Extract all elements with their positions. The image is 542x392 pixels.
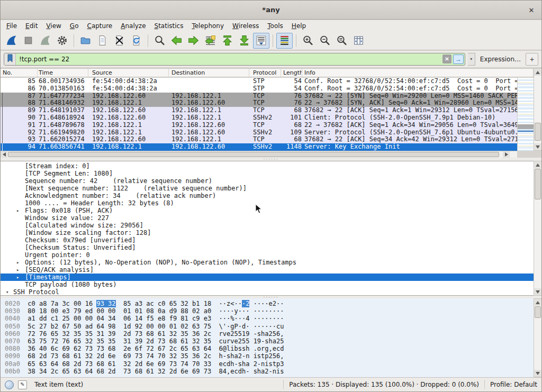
scroll-down-icon[interactable] [534, 370, 541, 377]
detail-line[interactable]: ▸Options: (12 bytes), No-Operation (NOP)… [1, 259, 534, 266]
column-header-no[interactable]: No. [1, 69, 38, 77]
packet-list-vscrollbar[interactable] [534, 68, 542, 151]
start-capture-button[interactable] [3, 33, 20, 49]
scroll-up-icon[interactable] [534, 299, 541, 306]
hex-row-0080[interactable]: 0080 36 40 6c 69 62 73 73 68 2e 6f 72 67… [5, 345, 534, 352]
packet-list-hscrollbar[interactable] [1, 151, 517, 158]
scroll-down-icon[interactable] [534, 288, 541, 295]
hex-row-0050[interactable]: 0050 5c 27 b2 67 50 ad 64 98 1d 92 00 00… [5, 323, 534, 330]
zoom-out-button[interactable] [317, 33, 333, 49]
menu-view[interactable]: View [42, 21, 65, 31]
resize-columns-button[interactable] [350, 33, 367, 49]
menu-tools[interactable]: Tools [263, 21, 287, 31]
menu-capture[interactable]: Capture [83, 21, 116, 31]
packet-list-hscroll-thumb[interactable] [8, 152, 499, 157]
packet-row-93[interactable]: 9371.662015274192.168.122.60192.168.122.… [1, 136, 517, 143]
filter-input[interactable]: !tcp.port == 22 [16, 56, 442, 63]
detail-line[interactable]: Acknowledgment number: 34 (relative ack … [1, 192, 534, 199]
detail-line[interactable]: TCP payload (1080 bytes) [1, 281, 534, 288]
hex-row-0030[interactable]: 0030 80 18 00 e3 79 ed 00 00 01 01 08 0a… [5, 307, 534, 315]
menu-wireless[interactable]: Wireless [228, 21, 263, 31]
close-file-button[interactable] [111, 33, 128, 49]
collapse-arrow-icon[interactable]: ▾ [6, 288, 8, 296]
filter-history-dropdown[interactable]: ▾ [468, 53, 475, 66]
zoom-original-button[interactable] [333, 33, 350, 49]
packet-row-92[interactable]: 9271.661949820192.168.122.1192.168.122.6… [1, 129, 517, 136]
go-back-button[interactable] [168, 33, 185, 49]
hex-row-00b0[interactable]: 00b0 38 34 2c 65 63 64 68 2d 73 68 61 32… [5, 368, 534, 375]
hex-row-0020[interactable]: 0020 c0 a8 7a 3c 00 16 93 32 85 a3 ac c0… [5, 300, 534, 307]
detail-line[interactable]: [Stream index: 0] [1, 162, 534, 170]
detail-line[interactable]: Checksum: 0x79ed [unverified] [1, 236, 534, 244]
stop-capture-button[interactable] [20, 33, 37, 49]
packet-row-86[interactable]: 8670.013850163fe:54:00:d4:38:2aSTP54Conf… [1, 85, 517, 93]
scroll-down-icon[interactable] [534, 143, 541, 150]
hex-row-00a0[interactable]: 00a0 65 63 64 68 2d 73 68 61 32 2d 6e 69… [5, 360, 534, 368]
filter-apply-button[interactable]: → [453, 54, 464, 64]
detail-line[interactable]: [Checksum Status: Unverified] [1, 244, 534, 251]
detail-line[interactable]: ▸[Timestamps] [1, 274, 534, 281]
detail-line[interactable]: Urgent pointer: 0 [1, 251, 534, 259]
capture-options-button[interactable] [54, 33, 70, 49]
scroll-up-icon[interactable] [534, 161, 541, 168]
packet-row-85[interactable]: 8568.001734936fe:54:00:d4:38:2aSTP54Conf… [1, 78, 517, 85]
scroll-minimap[interactable] [517, 78, 534, 151]
packet-row-90[interactable]: 9071.648618924192.168.122.60192.168.122.… [1, 114, 517, 122]
packet-row-89[interactable]: 8971.648191037192.168.122.60192.168.122.… [1, 107, 517, 114]
go-forward-button[interactable] [185, 33, 202, 49]
close-window-button[interactable]: ✕ [527, 5, 536, 15]
expert-info-icon[interactable] [5, 380, 14, 389]
hex-row-0070[interactable]: 0070 63 75 72 76 65 32 35 35 31 39 2d 73… [5, 338, 534, 345]
packet-row-94[interactable]: 9471.663856741192.168.122.1192.168.122.6… [1, 143, 517, 151]
profile-label[interactable]: Profile: Default [490, 381, 537, 388]
detail-line[interactable]: [TCP Segment Len: 1080] [1, 170, 534, 177]
column-header-length[interactable]: Length [281, 69, 302, 77]
menu-file[interactable]: File [2, 21, 21, 31]
detail-line[interactable]: Window size value: 227 [1, 214, 534, 222]
menu-telephony[interactable]: Telephony [187, 21, 228, 31]
detail-line[interactable]: [Window size scaling factor: 128] [1, 229, 534, 236]
zoom-in-button[interactable] [300, 33, 316, 49]
details-scroll-thumb[interactable] [535, 169, 541, 199]
hex-vscrollbar[interactable] [534, 298, 542, 377]
scroll-up-icon[interactable] [534, 69, 541, 76]
display-filter-field[interactable]: !tcp.port == 22 ✕ → [4, 53, 465, 66]
reload-file-button[interactable] [128, 33, 144, 49]
detail-line[interactable]: [Next sequence number: 1122 (relative se… [1, 185, 534, 192]
column-header-source[interactable]: Source [88, 69, 169, 77]
hex-row-0060[interactable]: 0060 72 76 65 32 35 35 31 39 2d 73 68 61… [5, 330, 534, 338]
expand-arrow-icon[interactable]: ▸ [16, 266, 19, 274]
go-to-packet-button[interactable] [202, 33, 219, 49]
auto-scroll-button[interactable] [253, 33, 269, 49]
filter-clear-button[interactable]: ✕ [442, 54, 451, 63]
colorize-button[interactable] [276, 33, 293, 49]
hex-scroll-thumb[interactable] [535, 306, 541, 318]
details-vscrollbar[interactable] [534, 161, 542, 296]
menu-edit[interactable]: Edit [21, 21, 42, 31]
save-file-button[interactable] [94, 33, 111, 49]
restart-capture-button[interactable] [37, 33, 53, 49]
hex-row-0090[interactable]: 0090 68 2d 73 68 61 32 2d 6e 69 73 74 70… [5, 352, 534, 360]
expression-link[interactable]: Expression… [478, 56, 523, 63]
detail-line[interactable]: [Calculated window size: 29056] [1, 222, 534, 229]
column-header-info[interactable]: Info [302, 69, 534, 77]
column-header-time[interactable]: Time [38, 69, 88, 77]
expand-arrow-icon[interactable]: ▸ [16, 207, 19, 214]
packet-row-88[interactable]: 8871.648146932192.168.122.1192.168.122.6… [1, 99, 517, 107]
menu-statistics[interactable]: Statistics [150, 21, 188, 31]
menu-help[interactable]: Help [287, 21, 310, 31]
column-header-protocol[interactable]: Protocol [249, 69, 281, 77]
packet-list-scroll-thumb[interactable] [535, 123, 541, 141]
go-first-packet-button[interactable] [219, 33, 236, 49]
packet-row-91[interactable]: 9171.648789678192.168.122.1192.168.122.6… [1, 122, 517, 129]
scroll-left-icon[interactable] [1, 151, 7, 158]
scroll-right-icon[interactable] [503, 151, 510, 158]
expand-arrow-icon[interactable]: ▸ [16, 274, 19, 281]
filter-bookmark-button[interactable] [4, 53, 16, 65]
hex-row-0040[interactable]: 0040 a1 dd c1 25 00 00 04 34 06 14 f5 e8… [5, 315, 534, 322]
detail-line[interactable]: ▸[SEQ/ACK analysis] [1, 266, 534, 274]
detail-line[interactable]: 1000 .... = Header Length: 32 bytes (8) [1, 199, 534, 207]
expand-arrow-icon[interactable]: ▸ [16, 259, 19, 266]
filter-add-button[interactable]: + [526, 53, 538, 66]
menu-analyze[interactable]: Analyze [116, 21, 150, 31]
